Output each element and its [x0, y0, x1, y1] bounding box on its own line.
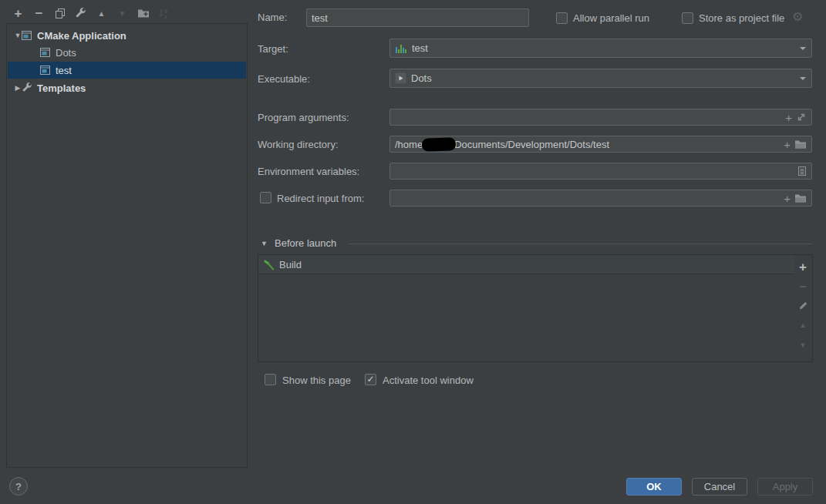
application-icon [40, 47, 52, 58]
show-this-page-checkbox[interactable]: ✓ [265, 374, 276, 385]
executable-combobox[interactable]: Dots [389, 69, 812, 88]
ok-button[interactable]: OK [626, 478, 682, 496]
add-icon: + [799, 260, 807, 274]
program-arguments-field[interactable]: + [389, 109, 812, 126]
edit-variables-button[interactable] [797, 166, 807, 176]
remove-configuration-button[interactable]: − [29, 4, 49, 22]
move-up-icon: ▲ [800, 321, 807, 329]
chevron-down-icon[interactable]: ▼ [14, 32, 22, 39]
show-this-page-label: Show this page [282, 375, 351, 386]
remove-icon: − [35, 7, 43, 20]
tree-item-cmake-application[interactable]: ▼ CMake Application [8, 27, 246, 44]
move-down-icon: ▼ [800, 341, 807, 349]
browse-folder-button[interactable] [794, 139, 807, 150]
before-launch-toolbar: + − ▲ ▼ [794, 254, 813, 362]
application-icon [22, 30, 34, 41]
add-icon[interactable]: + [785, 112, 792, 123]
expand-field-button[interactable] [796, 112, 807, 123]
before-launch-item-build[interactable]: Build [258, 255, 794, 274]
create-folder-button[interactable] [133, 4, 153, 22]
apply-label: Apply [773, 481, 798, 492]
add-configuration-button[interactable]: + [8, 4, 29, 22]
expand-icon [796, 112, 807, 123]
allow-parallel-run-checkbox[interactable]: ✓ [556, 12, 568, 24]
working-directory-label: Working directory: [258, 139, 339, 150]
working-directory-field[interactable]: /homeDocuments/Development/Dots/test + [389, 136, 812, 153]
executable-icon [395, 72, 406, 84]
tree-item-label: test [56, 65, 72, 76]
add-task-button[interactable]: + [794, 259, 811, 274]
add-icon[interactable]: + [784, 193, 791, 204]
move-down-icon: ▼ [119, 9, 126, 18]
executable-value: Dots [411, 72, 432, 84]
environment-variables-label: Environment variables: [258, 166, 359, 177]
check-icon: ✓ [366, 375, 376, 385]
hammer-icon [263, 259, 275, 270]
help-label: ? [15, 481, 22, 492]
executable-label: Executable: [258, 73, 310, 85]
sort-configurations-button[interactable]: a z [153, 4, 174, 22]
collapse-section-icon[interactable]: ▼ [261, 240, 268, 247]
chevron-right-icon[interactable]: ▶ [14, 84, 22, 92]
ok-label: OK [646, 481, 662, 492]
browse-folder-button[interactable] [794, 193, 807, 203]
section-divider [349, 244, 812, 244]
store-as-project-file-label: Store as project file [699, 12, 784, 24]
working-directory-prefix: /home [395, 139, 423, 150]
add-icon[interactable]: + [784, 139, 791, 150]
activate-tool-window-label: Activate tool window [383, 375, 474, 386]
chevron-down-icon [800, 77, 806, 80]
build-target-icon [395, 42, 407, 55]
tree-item-label: Templates [37, 82, 86, 94]
move-down-button[interactable]: ▼ [112, 4, 133, 22]
edit-defaults-button[interactable] [70, 4, 91, 22]
add-icon: + [15, 7, 22, 20]
activate-tool-window-checkbox[interactable]: ✓ [365, 374, 376, 385]
move-up-button[interactable]: ▲ [91, 4, 112, 22]
environment-variables-field[interactable] [389, 163, 812, 180]
tree-item-test-selected[interactable]: test [8, 62, 246, 79]
svg-text:a: a [164, 8, 167, 14]
before-launch-title: Before launch [275, 237, 336, 249]
cancel-button[interactable]: Cancel [692, 478, 747, 496]
program-arguments-label: Program arguments: [258, 112, 349, 123]
copy-configuration-button[interactable] [49, 4, 70, 22]
move-task-down-button[interactable]: ▼ [794, 338, 811, 353]
apply-button[interactable]: Apply [757, 478, 813, 496]
help-button[interactable]: ? [9, 477, 28, 496]
cancel-label: Cancel [704, 481, 735, 492]
gear-icon[interactable]: ⚙ [792, 11, 803, 23]
tree-item-dots[interactable]: Dots [8, 44, 246, 61]
tree-item-label: CMake Application [37, 30, 126, 42]
redirect-input-checkbox[interactable]: ✓ [260, 192, 271, 203]
edit-pencil-icon [798, 301, 808, 311]
target-label: Target: [258, 43, 288, 55]
name-label: Name: [258, 12, 287, 23]
folder-icon [794, 193, 807, 203]
folder-icon [794, 139, 807, 150]
redirect-input-label: Redirect input from: [277, 193, 364, 204]
remove-task-button[interactable]: − [794, 279, 811, 294]
tree-toolbar: + − ▲ ▼ a z [8, 3, 174, 23]
run-debug-configurations-dialog: { "colors": { "background": "#3c3f41", "… [0, 0, 826, 504]
chevron-down-icon [800, 47, 806, 50]
before-launch-item-label: Build [279, 259, 302, 270]
list-document-icon [797, 166, 807, 176]
redirect-input-field[interactable]: + [389, 190, 812, 207]
move-task-up-button[interactable]: ▲ [794, 318, 811, 333]
application-icon [40, 65, 52, 76]
tree-item-templates[interactable]: ▶ Templates [8, 79, 246, 96]
edit-task-button[interactable] [794, 297, 811, 313]
wrench-icon [22, 82, 34, 93]
name-input[interactable] [306, 8, 529, 27]
target-combobox[interactable]: test [389, 39, 812, 58]
move-up-icon: ▲ [98, 9, 106, 18]
tree-item-label: Dots [56, 47, 76, 59]
new-folder-icon [137, 8, 150, 18]
before-launch-list: Build [258, 254, 795, 362]
allow-parallel-run-label: Allow parallel run [573, 12, 649, 24]
remove-icon: − [799, 281, 806, 293]
target-value: test [412, 42, 428, 54]
redacted-username [422, 137, 457, 152]
store-as-project-file-checkbox[interactable]: ✓ [682, 12, 693, 24]
